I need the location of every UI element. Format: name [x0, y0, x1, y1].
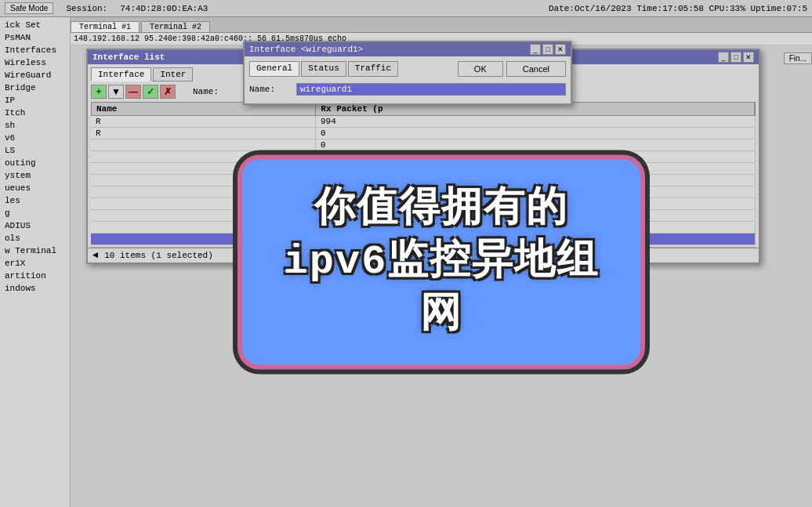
session-label: Session:: [66, 4, 107, 13]
terminal-tab-2[interactable]: Terminal #2: [141, 21, 210, 32]
cell-name: [91, 139, 316, 150]
sidebar-item-itch[interactable]: Itch: [0, 107, 70, 119]
cell-rx: 994: [316, 116, 756, 127]
check-button[interactable]: ✓: [143, 85, 158, 99]
sidebar-item-wireless[interactable]: Wireless: [0, 56, 70, 69]
dialog-tab-traffic[interactable]: Traffic: [348, 61, 398, 77]
dialog-close-button[interactable]: ✕: [555, 44, 566, 55]
sidebar-item-wireguard[interactable]: WireGuard: [0, 69, 70, 81]
sidebar-item-files[interactable]: les: [0, 194, 70, 207]
terminal-tab-1[interactable]: Terminal #1: [71, 21, 140, 32]
sidebar-item-sh[interactable]: sh: [0, 119, 70, 132]
cell-name: R: [91, 116, 316, 127]
sidebar-item-ip[interactable]: IP: [0, 94, 70, 107]
overlay-banner: 你值得拥有的 ipv6监控异地组网: [237, 154, 645, 370]
tab-inter[interactable]: Inter: [153, 67, 193, 81]
item-count: 10 items (1 selected): [104, 251, 213, 260]
date-time-cpu: Date:Oct/16/2023 Time:17:05:58 CPU:33% U…: [549, 4, 807, 13]
interface-list-title: Interface list: [92, 53, 165, 62]
window-controls: _ □ ✕: [718, 52, 754, 63]
dialog-minimize-button[interactable]: _: [530, 44, 541, 55]
banner-line1: 你值得拥有的: [281, 183, 601, 236]
sidebar-item-queues[interactable]: ueues: [0, 182, 70, 194]
sidebar-item-bridge[interactable]: Bridge: [0, 81, 70, 94]
terminal-tabs: Terminal #1 Terminal #2: [71, 17, 812, 33]
cell-rx: 0: [316, 139, 756, 150]
main-layout: ick Set PsMAN Interfaces Wireless WireGu…: [0, 17, 812, 507]
dialog-tabs: General Status Traffic OK Cancel: [249, 61, 566, 77]
sidebar-item-v6[interactable]: v6: [0, 132, 70, 144]
dialog-name-field-row: Name:: [249, 83, 566, 96]
sidebar-item-log[interactable]: g: [0, 207, 70, 219]
add-button[interactable]: +: [91, 85, 107, 99]
table-row[interactable]: R 994: [91, 116, 756, 128]
sidebar: ick Set PsMAN Interfaces Wireless WireGu…: [0, 17, 71, 507]
sidebar-item-radius[interactable]: ADIUS: [0, 219, 70, 232]
dialog-action-buttons: OK Cancel: [458, 61, 566, 77]
find-button[interactable]: Fin...: [784, 53, 812, 64]
dialog-tab-status[interactable]: Status: [301, 61, 346, 77]
dialog-maximize-button[interactable]: □: [542, 44, 553, 55]
session-id: 74:4D:28:0D:EA:A3: [120, 4, 208, 13]
sidebar-item-routing[interactable]: outing: [0, 157, 70, 169]
sidebar-item-windows[interactable]: indows: [0, 282, 70, 295]
wireguard-dialog: Interface <wireguard1> _ □ ✕ General Sta…: [243, 41, 572, 105]
sidebar-item-partition[interactable]: artition: [0, 270, 70, 282]
dialog-tab-general[interactable]: General: [249, 61, 299, 77]
sidebar-item-system[interactable]: ystem: [0, 169, 70, 182]
wireguard-dialog-title: Interface <wireguard1>: [249, 45, 363, 54]
sidebar-item-tools[interactable]: ols: [0, 232, 70, 244]
safe-mode-button[interactable]: Safe Mode: [5, 2, 53, 14]
dropdown-button[interactable]: ▼: [108, 85, 124, 99]
dialog-name-input[interactable]: [296, 83, 566, 96]
wireguard-dialog-titlebar: Interface <wireguard1> _ □ ✕: [245, 42, 571, 56]
cell-name: R: [91, 128, 316, 139]
cancel-button[interactable]: ✗: [160, 85, 176, 99]
table-row[interactable]: 0: [91, 139, 756, 151]
cell-rx: 0: [316, 128, 756, 139]
sidebar-item-interfaces[interactable]: Interfaces: [0, 44, 70, 56]
sidebar-item-quickset[interactable]: ick Set: [0, 19, 70, 31]
sidebar-item-8021x[interactable]: er1X: [0, 257, 70, 270]
dialog-ok-button[interactable]: OK: [458, 61, 503, 77]
tab-interface[interactable]: Interface: [91, 67, 151, 81]
content-area: Terminal #1 Terminal #2 148.192.168.12 9…: [71, 17, 812, 507]
window-close-button[interactable]: ✕: [743, 52, 754, 63]
sidebar-item-ls[interactable]: LS: [0, 144, 70, 157]
name-label: Name:: [193, 87, 219, 96]
dialog-name-label: Name:: [249, 85, 296, 94]
scroll-icon: ◄: [92, 250, 98, 261]
remove-button[interactable]: —: [125, 85, 141, 99]
top-bar: Safe Mode Session: 74:4D:28:0D:EA:A3 Dat…: [0, 0, 812, 17]
dialog-cancel-button[interactable]: Cancel: [506, 61, 566, 77]
dialog-content: General Status Traffic OK Cancel Name:: [245, 56, 571, 103]
sidebar-item-new-terminal[interactable]: w Terminal: [0, 244, 70, 257]
table-row[interactable]: R 0: [91, 128, 756, 139]
sidebar-item-pppsman[interactable]: PsMAN: [0, 31, 70, 44]
dialog-window-controls: _ □ ✕: [530, 44, 566, 55]
banner-line2: ipv6监控异地组网: [281, 236, 601, 342]
window-minimize-button[interactable]: _: [718, 52, 729, 63]
window-maximize-button[interactable]: □: [730, 52, 741, 63]
